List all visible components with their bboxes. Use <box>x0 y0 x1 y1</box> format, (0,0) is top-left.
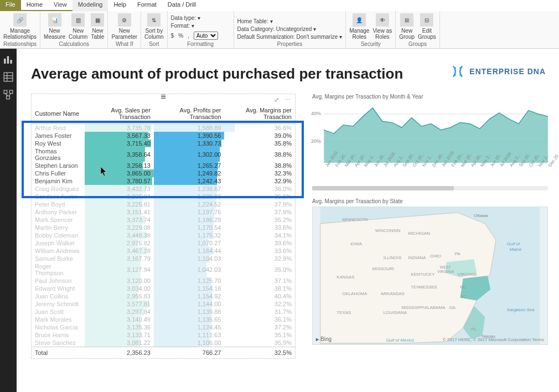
group-relationships-label: Relationships <box>3 41 37 47</box>
table-visual[interactable]: ≡ ⤢ ⋯ Customer Name Avg. Sales per Trans… <box>31 94 296 359</box>
table-row[interactable]: William Andrews3,467.281,164.4433.6% <box>32 247 295 255</box>
cell-name: Peter Boyd <box>32 200 85 208</box>
xtick: Feb 20.. <box>334 164 339 168</box>
table-row[interactable]: Juan Collins2,955.831,154.9240.4% <box>32 292 295 300</box>
xtick: Feb 20.. <box>451 164 455 168</box>
table-row[interactable]: James Foster3,567.331,390.5639.0% <box>32 132 295 140</box>
table-row[interactable]: Stephen Larson3,258.131,265.2738.8% <box>32 162 295 169</box>
cell-sales: 3,373.74 <box>85 216 154 224</box>
drag-handle-icon[interactable]: ≡ <box>156 93 170 101</box>
table-row[interactable]: Jeremy Schmidt3,577.811,144.0032.2% <box>32 300 295 308</box>
total-sales: 2,356.23 <box>85 347 154 359</box>
col-profits[interactable]: Avg. Profits per Transaction <box>154 104 225 124</box>
map-visual[interactable]: Avg. Margins per Trasaction by State MIN… <box>312 198 548 345</box>
cell-name: Arthur Reid <box>32 124 85 132</box>
more-options-icon[interactable]: ⋯ <box>284 96 291 104</box>
svg-point-15 <box>460 74 462 76</box>
focus-mode-icon[interactable]: ⤢ <box>274 96 279 104</box>
tab-data-drill[interactable]: Data / Drill <box>162 0 201 11</box>
data-category-value[interactable]: Uncategorized <box>276 26 312 32</box>
currency-button[interactable]: $ <box>171 33 174 39</box>
model-view-icon[interactable] <box>3 90 13 100</box>
table-row[interactable]: Peter Boyd3,225.811,224.5237.9% <box>32 200 295 208</box>
table-row[interactable]: Bruce Harris3,133.711,111.6335.1% <box>32 331 295 339</box>
new-table-button[interactable]: ▦New Table <box>91 13 104 40</box>
table-row[interactable]: Chris Fuller3,865.001,249.8232.3% <box>32 169 295 177</box>
new-group-button[interactable]: ⊞New Group <box>399 13 415 40</box>
cell-profits: 1,265.27 <box>154 162 225 169</box>
table-row[interactable]: Edward Wright3,034.001,154.1838.1% <box>32 285 295 292</box>
table-row[interactable]: Bobby Coleman3,448.381,175.3234.1% <box>32 231 295 239</box>
report-view-icon[interactable] <box>3 54 13 64</box>
cell-sales: 3,236.04 <box>85 193 154 200</box>
table-row[interactable]: Juan Scott3,297.841,139.8831.7% <box>32 308 295 316</box>
view-switcher <box>0 49 17 392</box>
table-row[interactable]: Benjamin Kim3,780.571,242.4332.9% <box>32 177 295 185</box>
svg-text:IOWA: IOWA <box>350 241 363 246</box>
table-row[interactable]: Samuel Burke3,167.791,104.0332.9% <box>32 255 295 262</box>
group-sort-label: Sort <box>144 41 163 47</box>
table-row[interactable]: Candace Austin3,236.041,228.9035.6% <box>32 193 295 200</box>
table-row[interactable]: Roy West3,715.401,330.7335.8% <box>32 140 295 147</box>
tab-format[interactable]: Format <box>132 0 162 11</box>
cell-profits: 1,186.29 <box>154 216 225 224</box>
cell-profits: 1,111.63 <box>154 331 225 339</box>
format-dropdown[interactable]: ▾ <box>191 23 194 29</box>
edit-groups-button[interactable]: ⊟Edit Groups <box>418 13 436 40</box>
table-row[interactable]: Paul Johnson3,120.001,125.7037.1% <box>32 277 295 285</box>
col-sales[interactable]: Avg. Sales per Transaction <box>85 104 154 124</box>
manage-roles-button[interactable]: 👤Manage Roles <box>349 13 369 40</box>
percent-button[interactable]: % <box>178 33 183 39</box>
table-row[interactable]: Roger Thompson3,127.941,042.0335.0% <box>32 262 295 277</box>
area-chart-visual[interactable]: Avg. Margins per Trasaction by Month & Y… <box>312 94 548 190</box>
table-row[interactable]: Craig Rodriguez3,432.731,238.6736.0% <box>32 185 295 193</box>
report-canvas: Average amount of product purchased per … <box>17 49 559 392</box>
home-table-dropdown[interactable]: ▾ <box>270 18 273 24</box>
tab-view[interactable]: View <box>48 0 73 11</box>
table-row[interactable]: Arthur Reid3,735.781,588.8936.6% <box>32 124 295 132</box>
tab-file[interactable]: File <box>0 0 21 11</box>
tab-modeling[interactable]: Modeling <box>73 0 108 11</box>
chart-scrollbar[interactable] <box>312 186 548 190</box>
ribbon: 🔗 Manage Relationships Relationships 📊Ne… <box>0 11 559 49</box>
table-row[interactable]: Mark Morales3,140.491,135.6536.1% <box>32 316 295 323</box>
area-chart-svg <box>312 102 548 163</box>
cell-margin: 37.1% <box>225 277 296 285</box>
col-customer[interactable]: Customer Name <box>32 104 85 124</box>
datatype-dropdown[interactable]: ▾ <box>198 15 200 21</box>
table-row[interactable]: Steve Sanchez3,081.221,106.0035.9% <box>32 339 295 347</box>
table-row[interactable]: Mark Spencer3,373.741,186.2935.2% <box>32 216 295 224</box>
cell-name: James Foster <box>32 132 85 140</box>
group-whatif-label: What If <box>111 41 137 47</box>
default-sum-value[interactable]: Don't summarize <box>297 34 338 40</box>
view-as-roles-button[interactable]: 👁View as Roles <box>372 13 392 40</box>
xtick: May 2.. <box>363 164 368 168</box>
comma-button[interactable]: , <box>188 33 189 39</box>
cell-name: Roger Thompson <box>32 262 85 277</box>
table-row[interactable]: Anthony Parker3,151.411,197.7637.9% <box>32 208 295 216</box>
cell-profits: 1,124.45 <box>154 323 225 331</box>
cell-margin: 36.0% <box>225 185 296 193</box>
sort-by-column-button[interactable]: ⇅Sort by Column <box>144 13 163 40</box>
tab-home[interactable]: Home <box>21 0 48 11</box>
data-view-icon[interactable] <box>3 72 13 82</box>
cell-sales: 3,780.57 <box>85 177 154 185</box>
new-parameter-button[interactable]: ⚙New Parameter <box>111 13 137 40</box>
cell-profits: 1,154.18 <box>154 285 225 292</box>
xtick: Aug 2.. <box>509 164 513 168</box>
cell-margin: 39.0% <box>225 132 296 140</box>
new-column-button[interactable]: ▥New Column <box>69 13 87 40</box>
table-row[interactable]: Thomas Gonzales3,358.641,302.0038.8% <box>32 147 295 162</box>
manage-relationships-button[interactable]: 🔗 Manage Relationships <box>3 13 37 40</box>
table-row[interactable]: Joseph Walker2,975.821,070.2739.6% <box>32 239 295 247</box>
svg-text:TENNESSEE: TENNESSEE <box>411 285 437 290</box>
xtick: Mar 20.. <box>460 164 464 168</box>
tab-help[interactable]: Help <box>108 0 132 11</box>
group-formatting-label: Formatting <box>171 41 230 47</box>
table-row[interactable]: Martin Berry3,229.081,170.5433.6% <box>32 224 295 231</box>
xtick: Oct 20.. <box>412 164 416 168</box>
col-margins[interactable]: Avg. Margins per Trasaction <box>225 104 296 124</box>
new-measure-button[interactable]: 📊New Measure <box>44 13 65 40</box>
table-row[interactable]: Nicholas Garcia3,135.361,124.4537.2% <box>32 323 295 331</box>
decimal-places-select[interactable]: Auto <box>194 32 218 40</box>
